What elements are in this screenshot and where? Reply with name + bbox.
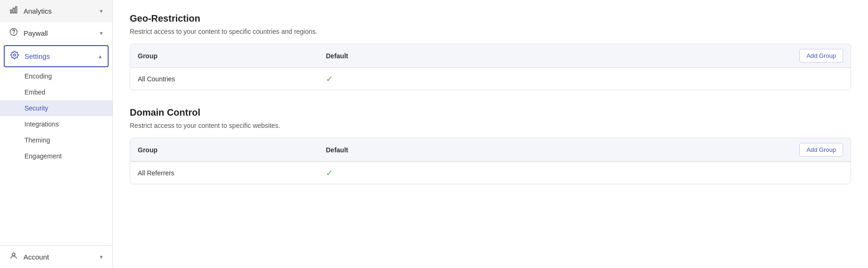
svg-rect-1	[13, 8, 15, 13]
sidebar-item-security[interactable]: Security	[0, 100, 112, 116]
main-content: Geo-Restriction Restrict access to your …	[113, 0, 868, 268]
sidebar-bottom: Account ▾	[0, 245, 112, 268]
domain-control-section: Domain Control Restrict access to your c…	[130, 107, 851, 184]
sidebar-item-theming[interactable]: Theming	[0, 132, 112, 148]
geo-row-group: All Countries	[138, 75, 326, 83]
geo-restriction-desc: Restrict access to your content to speci…	[130, 28, 851, 35]
sidebar-item-encoding[interactable]: Encoding	[0, 68, 112, 84]
sidebar-item-analytics[interactable]: Analytics ▾	[0, 0, 112, 22]
svg-rect-2	[16, 7, 17, 13]
domain-row-group: All Referrers	[138, 169, 326, 177]
analytics-icon	[9, 6, 18, 16]
settings-label: Settings	[24, 52, 50, 60]
paywall-icon	[9, 28, 18, 39]
svg-rect-0	[10, 10, 12, 13]
geo-restriction-table-header: Group Default Add Group	[130, 44, 851, 68]
svg-point-5	[12, 253, 15, 256]
analytics-chevron-icon: ▾	[100, 8, 103, 15]
paywall-chevron-icon: ▾	[100, 30, 103, 37]
geo-restriction-section: Geo-Restriction Restrict access to your …	[130, 13, 851, 90]
sidebar-item-paywall[interactable]: Paywall ▾	[0, 22, 112, 44]
sidebar-item-integrations[interactable]: Integrations	[0, 116, 112, 132]
geo-row-default-check: ✓	[326, 74, 843, 84]
table-row: All Referrers ✓	[130, 162, 851, 184]
account-chevron-icon: ▾	[100, 253, 103, 260]
account-label: Account	[24, 253, 49, 261]
sidebar-item-engagement[interactable]: Engagement	[0, 148, 112, 164]
sidebar-item-embed[interactable]: Embed	[0, 84, 112, 100]
domain-control-desc: Restrict access to your content to speci…	[130, 122, 851, 129]
sidebar: Analytics ▾ Paywall ▾ Settings ▴ Encodin…	[0, 0, 113, 268]
geo-restriction-title: Geo-Restriction	[130, 13, 851, 24]
domain-row-default-check: ✓	[326, 168, 843, 178]
table-row: All Countries ✓	[130, 68, 851, 90]
geo-add-group-button[interactable]: Add Group	[799, 49, 843, 63]
settings-chevron-icon: ▴	[99, 53, 102, 60]
account-icon	[9, 252, 18, 262]
settings-icon	[10, 51, 19, 62]
sidebar-item-account[interactable]: Account ▾	[0, 246, 112, 268]
paywall-label: Paywall	[24, 29, 48, 37]
svg-point-4	[14, 54, 16, 56]
settings-sub-menu: Encoding Embed Security Integrations The…	[0, 68, 112, 164]
geo-restriction-table: Group Default Add Group All Countries ✓	[130, 44, 851, 90]
sidebar-item-settings[interactable]: Settings ▴	[4, 45, 109, 67]
domain-control-title: Domain Control	[130, 107, 851, 118]
domain-control-table-header: Group Default Add Group	[130, 138, 851, 162]
analytics-label: Analytics	[24, 7, 52, 15]
domain-control-table: Group Default Add Group All Referrers ✓	[130, 138, 851, 184]
domain-default-col-header: Default	[326, 146, 799, 154]
geo-default-col-header: Default	[326, 52, 799, 60]
geo-group-col-header: Group	[138, 52, 326, 60]
domain-group-col-header: Group	[138, 146, 326, 154]
domain-add-group-button[interactable]: Add Group	[799, 143, 843, 157]
